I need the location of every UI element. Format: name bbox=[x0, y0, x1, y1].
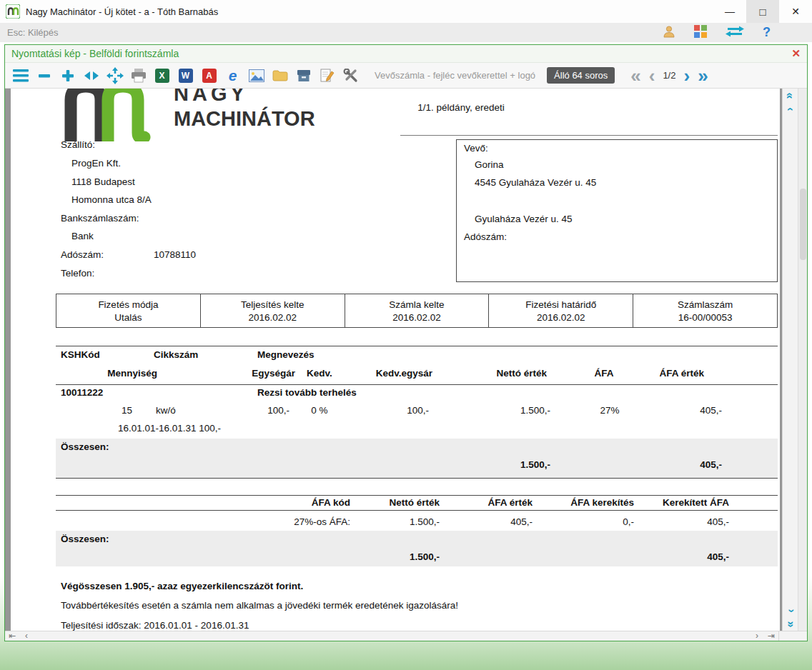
item-kshkod: 10011222 bbox=[61, 387, 103, 399]
items-table-top-border bbox=[56, 346, 778, 346]
fit-width-icon[interactable] bbox=[81, 66, 101, 85]
customer-box: Vevő: Gorina 4545 Gyulaháza Vezér u. 45 … bbox=[456, 139, 778, 282]
horizontal-scrollbar[interactable]: ⇤ ‹ › ⇥ bbox=[5, 631, 807, 641]
excel-export-icon[interactable]: X bbox=[152, 66, 172, 85]
item-vat-rate: 27% bbox=[588, 405, 631, 416]
item-disc-unit-price: 100,- bbox=[354, 405, 429, 416]
supplier-zip-city: 1118 Budapest bbox=[71, 176, 135, 188]
archive-icon[interactable] bbox=[294, 66, 313, 85]
scroll-top-button[interactable]: « bbox=[783, 89, 798, 102]
items-header-vat: ÁFA bbox=[583, 368, 625, 379]
vat-header-code: ÁFA kód bbox=[279, 497, 350, 509]
excise-note: Továbbértékesítés esetén a számla nem al… bbox=[61, 600, 458, 611]
user-icon[interactable] bbox=[663, 25, 675, 41]
hscroll-home-button[interactable]: ⇤ bbox=[5, 631, 19, 641]
hscroll-right-button[interactable]: › bbox=[750, 631, 764, 641]
vat-header-net: Nettó érték bbox=[368, 497, 440, 509]
logo-text-line2: MACHINÁTOR bbox=[174, 107, 315, 130]
scroll-bottom-button[interactable]: « bbox=[783, 617, 798, 631]
tools-icon[interactable] bbox=[341, 66, 360, 85]
vertical-scrollbar[interactable]: « ‹ ‹ « bbox=[782, 89, 798, 631]
page-navigation: « ‹ 1/2 › » bbox=[630, 69, 708, 83]
header-divider bbox=[400, 135, 778, 136]
help-icon[interactable]: ? bbox=[763, 25, 771, 40]
item-discount: 0 % bbox=[302, 405, 337, 416]
esc-bar-icons: ? bbox=[663, 25, 771, 41]
hscroll-end-button[interactable]: ⇥ bbox=[764, 631, 778, 641]
horizontal-scroll-track[interactable] bbox=[34, 631, 750, 641]
prev-page-button[interactable]: ‹ bbox=[649, 69, 655, 83]
esc-bar: Esc: Kilépés bbox=[0, 23, 812, 42]
next-page-button[interactable]: › bbox=[683, 69, 690, 83]
items-header-disc-price: Kedv.egysár bbox=[354, 368, 432, 379]
layout-button[interactable]: Álló 64 soros bbox=[547, 67, 615, 84]
title-bar: Nagy Machinátor - Új kötet - a - Tóth Ba… bbox=[0, 0, 812, 23]
zoom-in-icon[interactable] bbox=[58, 66, 77, 85]
panel-close-icon[interactable]: ✕ bbox=[791, 47, 801, 60]
item-vat-value: 405,- bbox=[650, 405, 722, 416]
customer-address2: Gyulaháza Vezér u. 45 bbox=[475, 214, 573, 225]
scroll-up-button[interactable]: ‹ bbox=[783, 102, 798, 116]
vat-row-rounded: 405,- bbox=[643, 516, 729, 528]
vat-header-rounded: Kerekített ÁFA bbox=[643, 497, 729, 509]
meta-col-fulfillment: Teljesítés kelte2016.02.02 bbox=[201, 294, 345, 327]
meta-col-due-date: Fizetési határidő2016.02.02 bbox=[489, 294, 633, 327]
scroll-down-button[interactable]: ‹ bbox=[783, 604, 798, 617]
transfer-arrows-icon[interactable] bbox=[726, 26, 744, 40]
window-controls: — □ ✕ bbox=[713, 0, 812, 23]
customer-label: Vevő: bbox=[464, 143, 488, 154]
customer-name: Gorina bbox=[475, 159, 504, 171]
menu-icon[interactable] bbox=[11, 66, 30, 85]
app-logo-icon bbox=[6, 4, 20, 19]
items-header-unit-price: Egységár bbox=[224, 368, 295, 379]
outer-scrollbar[interactable] bbox=[798, 89, 807, 631]
first-page-button[interactable]: « bbox=[630, 69, 640, 83]
app-window: Nagy Machinátor - Új kötet - a - Tóth Ba… bbox=[0, 0, 812, 670]
word-export-icon[interactable]: W bbox=[176, 66, 195, 85]
items-header-megnevezes: Megnevezés bbox=[257, 349, 315, 361]
print-icon[interactable] bbox=[129, 66, 148, 85]
item-quantity: 15 bbox=[54, 405, 132, 416]
preview-toolbar: X W A e bbox=[5, 63, 807, 89]
item-name: Rezsi tovább terhelés bbox=[257, 387, 357, 399]
window-title: Nagy Machinátor - Új kötet - a - Tóth Ba… bbox=[26, 6, 218, 17]
fulfillment-period: Teljesítési időszak: 2016.01.01 - 2016.0… bbox=[61, 620, 249, 631]
outer-scrollbar-thumb[interactable] bbox=[800, 189, 806, 260]
vat-total-net: 1.500,- bbox=[368, 551, 440, 563]
minimize-button[interactable]: — bbox=[713, 0, 746, 23]
supplier-label: Szállító: bbox=[61, 139, 95, 151]
supplier-phone-label: Telefon: bbox=[61, 268, 94, 279]
invoice-title: SZÁMLA bbox=[311, 89, 525, 91]
item-unit-price: 100,- bbox=[218, 405, 289, 416]
item-unit: kw/ó bbox=[156, 405, 176, 416]
customer-tax-label: Adószám: bbox=[464, 231, 507, 243]
items-header-vat-value: ÁFA érték bbox=[633, 368, 704, 379]
fit-page-icon[interactable] bbox=[105, 66, 124, 85]
items-total-band bbox=[56, 439, 778, 479]
folder-icon[interactable] bbox=[270, 66, 289, 85]
pdf-export-icon[interactable]: A bbox=[199, 66, 219, 85]
ie-export-icon[interactable]: e bbox=[223, 66, 242, 85]
panel-header: Nyomtatási kép - Belföldi forintszámla ✕ bbox=[5, 45, 807, 63]
company-logo-icon bbox=[61, 89, 168, 144]
close-button[interactable]: ✕ bbox=[779, 0, 812, 23]
maximize-button[interactable]: □ bbox=[746, 0, 779, 23]
invoice-document[interactable]: NAGY MACHINÁTOR SZÁMLA 1/1. példány, ere… bbox=[11, 89, 780, 631]
vat-total-label: Összesen: bbox=[61, 534, 109, 545]
items-header-discount: Kedv. bbox=[302, 368, 337, 379]
template-selector[interactable]: Vevőszámla - fejléc vevőkerettel + logó bbox=[375, 70, 535, 81]
supplier-tax-label: Adószám: bbox=[61, 249, 104, 261]
supplier-tax-number: 10788110 bbox=[154, 249, 196, 261]
supplier-street: Homonna utca 8/A bbox=[71, 194, 152, 206]
invoice-copy-label: 1/1. példány, eredeti bbox=[354, 102, 568, 114]
zoom-out-icon[interactable] bbox=[34, 66, 54, 85]
image-export-icon[interactable] bbox=[247, 66, 266, 85]
hscroll-left-button[interactable]: ‹ bbox=[19, 631, 34, 641]
last-page-button[interactable]: » bbox=[698, 69, 708, 83]
supplier-name: ProgEn Kft. bbox=[71, 158, 121, 169]
item-net-value: 1.500,- bbox=[472, 405, 550, 416]
esc-exit-label: Esc: Kilépés bbox=[7, 27, 59, 38]
apps-grid-icon[interactable] bbox=[694, 25, 707, 41]
print-preview-panel: Nyomtatási kép - Belföldi forintszámla ✕ bbox=[4, 44, 808, 641]
edit-icon[interactable] bbox=[317, 66, 337, 85]
